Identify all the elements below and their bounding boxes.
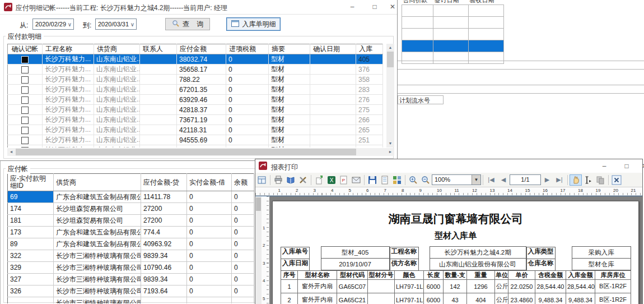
cell[interactable]: 327 xyxy=(8,274,54,285)
payable-detail-row[interactable]: 长沙万科魅力...山东南山铝业...35658.170型材376 xyxy=(8,65,383,75)
cell[interactable] xyxy=(469,29,504,40)
cell[interactable]: 283 xyxy=(356,85,383,95)
cell[interactable]: 型材 xyxy=(269,135,310,145)
cell[interactable]: 67201.35 xyxy=(177,85,226,95)
column-header[interactable]: 应付金额 xyxy=(177,44,226,54)
cell[interactable] xyxy=(310,115,356,125)
payable-row[interactable]: 69广东合和建筑五金制品有限公司11411.7800 xyxy=(8,191,254,203)
cell[interactable]: 0 xyxy=(187,191,232,203)
cell[interactable] xyxy=(140,145,177,148)
payable-row[interactable]: 181长沙坦森贸易有限公司2720000 xyxy=(8,215,254,227)
cell[interactable]: 0 xyxy=(187,250,232,262)
cell[interactable]: 9839.34 xyxy=(141,274,187,285)
cell[interactable] xyxy=(402,40,433,52)
cell[interactable]: 0 xyxy=(187,262,232,274)
confirm-checkbox[interactable] xyxy=(21,147,29,148)
cell[interactable]: 0 xyxy=(226,125,269,135)
prev-page-button[interactable]: ◀ xyxy=(497,174,510,186)
cell[interactable]: 0 xyxy=(232,262,254,274)
text-select-tool-icon[interactable] xyxy=(582,174,594,186)
payable-row[interactable]: 173广东合和建筑五金制品有限公司774.400 xyxy=(8,227,254,238)
next-page-button[interactable]: ▶ xyxy=(541,174,553,186)
column-header[interactable]: 实付金额-借 xyxy=(187,174,232,191)
scroll-down-icon[interactable]: ▼ xyxy=(386,140,394,147)
report-preview-area[interactable]: 12345 湖南亘晟门窗幕墙有限公司 型材入库单 入库单号 型材_405 工程名… xyxy=(255,196,642,304)
cell-confirm[interactable] xyxy=(8,145,43,148)
cell[interactable]: 774.4 xyxy=(141,227,187,238)
cell[interactable]: 9839.34 xyxy=(141,250,187,262)
cell[interactable]: 型材 xyxy=(269,75,310,85)
cell[interactable]: 广东合和建筑五金制品有限公司 xyxy=(54,238,141,250)
cell[interactable] xyxy=(310,145,356,148)
cell[interactable]: 0 xyxy=(226,75,269,85)
close-button[interactable]: ✕ xyxy=(635,159,644,173)
column-header[interactable]: 合同价款 xyxy=(402,0,433,5)
cell[interactable]: 173 xyxy=(8,227,54,238)
inbound-detail-button[interactable]: 入库单明细 xyxy=(226,17,281,31)
cell-confirm[interactable] xyxy=(8,115,43,125)
cell[interactable]: 长沙万科魅力... xyxy=(43,115,94,125)
cell[interactable]: 0 xyxy=(232,274,254,285)
cell[interactable]: 长沙万科魅力... xyxy=(43,85,94,95)
to-date-select[interactable]: 2020/03/31∨ xyxy=(95,19,137,30)
export-pdf-icon[interactable]: P xyxy=(338,174,350,186)
open-document-icon[interactable] xyxy=(379,174,391,186)
cell[interactable] xyxy=(433,40,469,52)
cell[interactable]: 型材 xyxy=(269,54,310,65)
cell[interactable]: 89 xyxy=(8,238,54,250)
confirm-checkbox[interactable] xyxy=(21,66,29,73)
column-header[interactable]: 联系人 xyxy=(140,44,177,54)
cell[interactable] xyxy=(433,29,469,40)
cell-confirm[interactable] xyxy=(8,75,43,85)
payable-detail-row[interactable]: 长沙万科魅力...山东南山铝业...94555.690型材251 xyxy=(8,135,383,145)
cell[interactable] xyxy=(310,65,356,75)
cell[interactable]: 40963.92 xyxy=(141,238,187,250)
cell[interactable] xyxy=(141,297,187,304)
cell-confirm[interactable] xyxy=(8,125,43,135)
cell[interactable] xyxy=(140,105,177,115)
page-number-input[interactable]: 1/1 xyxy=(510,174,541,185)
cell[interactable]: 长沙万科魅力... xyxy=(43,95,94,105)
horizontal-scrollbar[interactable]: ◄ ► xyxy=(7,148,394,156)
cell[interactable]: 型材 xyxy=(269,145,310,148)
cell[interactable]: 0 xyxy=(232,215,254,227)
cell[interactable]: 型材 xyxy=(269,115,310,125)
payable-detail-row[interactable]: 长沙万科魅力...山东南山铝业...788.220型材358 xyxy=(8,75,383,85)
copy-page-icon[interactable] xyxy=(594,174,606,186)
scrollbar-thumb[interactable] xyxy=(256,197,261,211)
cell[interactable] xyxy=(433,17,469,29)
column-header[interactable]: 签订日期 xyxy=(433,0,469,5)
cell[interactable]: 69 xyxy=(8,191,54,203)
cell[interactable]: 11411.78 xyxy=(141,191,187,203)
cell[interactable]: 266 xyxy=(356,115,383,125)
cell[interactable]: 35658.17 xyxy=(177,65,226,75)
cell[interactable]: 长沙市三湘特种玻璃有限公司 xyxy=(54,262,141,274)
payable-detail-row[interactable]: 长沙万科魅力...山东南山铝业...42118.310型材265 xyxy=(8,125,383,135)
cell[interactable]: 0 xyxy=(187,227,232,238)
payable-row[interactable]: 329长沙市三湘特种玻璃有限公司10790.4600 xyxy=(8,262,254,274)
cell[interactable]: 0 xyxy=(232,285,254,297)
cell[interactable]: 0 xyxy=(226,135,269,145)
cell[interactable]: 276 xyxy=(356,95,383,105)
maximize-button[interactable]: □ xyxy=(617,159,636,173)
cell[interactable]: 27200 xyxy=(141,215,187,227)
cell[interactable] xyxy=(469,52,504,64)
cell[interactable] xyxy=(433,5,469,17)
cell[interactable]: 长沙市三湘特种玻璃有限公司 xyxy=(54,285,141,297)
cell[interactable]: 型材 xyxy=(269,125,310,135)
cell[interactable]: 250 xyxy=(356,145,383,148)
cell[interactable] xyxy=(310,105,356,115)
zoom-level-select[interactable]: 100%▼ xyxy=(432,174,481,185)
cell[interactable]: 长沙坦森贸易有限公司 xyxy=(54,215,141,227)
confirm-checkbox[interactable] xyxy=(21,107,29,114)
chevron-down-icon[interactable]: ∨ xyxy=(130,20,134,30)
cell[interactable] xyxy=(402,5,433,17)
cell[interactable] xyxy=(140,95,177,105)
chevron-down-icon[interactable]: ∨ xyxy=(68,20,72,30)
cell[interactable]: 山东南山铝业... xyxy=(94,135,140,145)
cell[interactable]: 山东南山铝业... xyxy=(94,105,140,115)
payable-row[interactable]: 327长沙市三湘特种玻璃有限公司9839.3400 xyxy=(8,274,254,285)
cell[interactable]: 0 xyxy=(226,145,269,148)
cell[interactable]: 山东南山铝业... xyxy=(94,125,140,135)
cell[interactable]: 长沙万科魅力... xyxy=(43,75,94,85)
